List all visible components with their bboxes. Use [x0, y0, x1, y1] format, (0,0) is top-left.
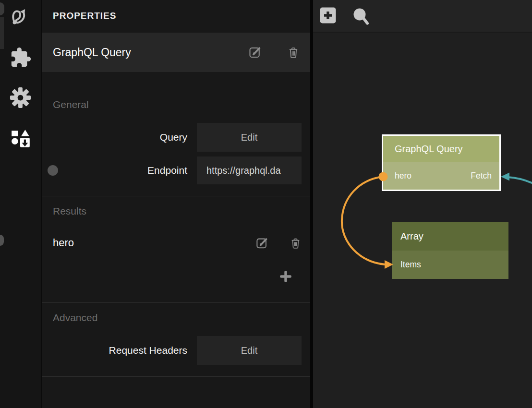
- request-headers-label: Request Headers: [53, 345, 187, 356]
- add-result-button[interactable]: [278, 270, 293, 285]
- pencil-square-icon: [255, 236, 268, 251]
- section-divider: [42, 376, 310, 377]
- pencil-square-icon: [248, 45, 262, 60]
- sidebar-item-components[interactable]: [9, 47, 32, 70]
- port-fetch[interactable]: Fetch: [471, 171, 492, 181]
- node-title: Array: [400, 231, 423, 242]
- node-port-row: Items: [392, 251, 508, 279]
- trash-icon: [290, 237, 302, 251]
- edit-result-button[interactable]: [254, 236, 269, 251]
- sidebar: [0, 0, 42, 408]
- endpoint-label: Endpoint: [53, 165, 187, 176]
- node-title: GraphQL Query: [395, 144, 463, 155]
- canvas-node-graphql-query[interactable]: GraphQL Query hero Fetch: [382, 134, 501, 191]
- sidebar-item-node-graph[interactable]: [9, 6, 32, 29]
- result-name: hero: [53, 237, 74, 249]
- app-root: PROPERTIES GraphQL Query: [0, 0, 532, 408]
- node-header: GraphQL Query: [383, 136, 499, 162]
- node-graph-icon: [10, 5, 32, 29]
- edge-artifact-circle: [0, 2, 4, 15]
- section-divider: [42, 302, 310, 303]
- canvas-toolbar: [313, 0, 532, 33]
- delete-node-button[interactable]: [286, 46, 301, 60]
- endpoint-input[interactable]: https://graphql.da: [197, 156, 302, 184]
- section-label-advanced: Advanced: [53, 312, 97, 324]
- delete-result-button[interactable]: [288, 237, 302, 251]
- section-label-general: General: [53, 99, 89, 110]
- rename-node-button[interactable]: [248, 46, 262, 60]
- query-label: Query: [53, 132, 187, 143]
- edge-artifact-rect: [0, 17, 4, 49]
- selected-node-header-row: GraphQL Query: [42, 33, 310, 72]
- section-divider: [42, 196, 310, 196]
- port-items[interactable]: Items: [400, 260, 421, 270]
- node-canvas[interactable]: GraphQL Query hero Fetch Array Items: [313, 0, 532, 408]
- port-hero[interactable]: hero: [395, 171, 411, 181]
- puzzle-icon: [10, 47, 32, 71]
- search-button[interactable]: [352, 7, 369, 24]
- trash-icon: [287, 46, 300, 60]
- components-export-icon: [10, 127, 32, 151]
- section-label-results: Results: [53, 205, 86, 217]
- panel-title: PROPERTIES: [53, 11, 116, 21]
- panel-resize-handle[interactable]: [0, 235, 4, 246]
- properties-panel: PROPERTIES GraphQL Query: [42, 0, 310, 408]
- gear-icon: [9, 86, 32, 111]
- connection-wires: [313, 0, 532, 408]
- query-edit-button[interactable]: Edit: [197, 123, 302, 152]
- sidebar-item-settings[interactable]: [9, 87, 32, 110]
- search-icon: [352, 20, 369, 28]
- node-header: Array: [392, 222, 508, 251]
- sidebar-item-import-export[interactable]: [9, 128, 32, 151]
- add-node-button[interactable]: [320, 7, 336, 24]
- canvas-node-array[interactable]: Array Items: [392, 222, 508, 279]
- wire-to-fetch[interactable]: [508, 177, 532, 183]
- wire-hero-to-items[interactable]: [342, 177, 385, 264]
- plus-icon: [279, 270, 292, 285]
- wire-arrowhead-fetch: [501, 173, 509, 181]
- node-port-row: hero Fetch: [383, 162, 499, 190]
- add-node-icon: [320, 17, 336, 25]
- selected-node-name: GraphQL Query: [53, 46, 131, 59]
- request-headers-edit-button[interactable]: Edit: [197, 336, 302, 365]
